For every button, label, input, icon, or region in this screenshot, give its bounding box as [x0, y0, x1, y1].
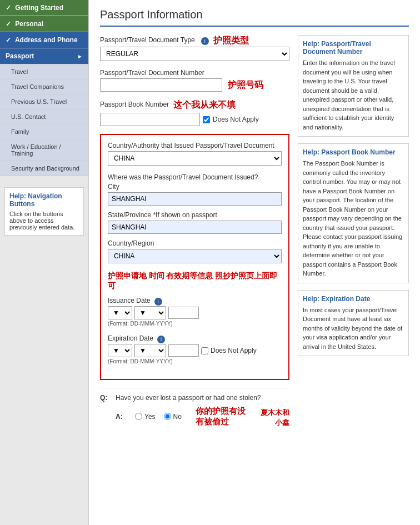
expiration-date-help-title: Help: Expiration Date [303, 295, 404, 303]
red-annotation: 护照申请地 时间 有效期等信息 照抄护照页上面即可 [108, 271, 282, 291]
passport-number-label: Passport/Travel Document Number [100, 69, 204, 77]
sidebar-item-security-background[interactable]: Security and Background [0, 161, 88, 176]
state-province-group: State/Province *If shown on passport [108, 211, 282, 234]
passport-type-group: Passport/Travel Document Type i 护照类型 REG… [100, 35, 289, 61]
no-radio[interactable] [164, 413, 171, 420]
passport-book-help-box: Help: Passport Book Number The Passport … [298, 143, 409, 283]
a-label: A: [116, 413, 127, 421]
author-annotation: 夏木木和小鑫 [260, 405, 289, 428]
expiration-date-help-text: In most cases your passport/Travel Docum… [303, 306, 404, 352]
getting-started-checkmark: ✓ [6, 4, 11, 12]
does-not-apply-label: Does Not Apply [213, 116, 259, 123]
nav-help-title: Help: Navigation Buttons [9, 192, 79, 208]
country-issued-select[interactable]: CHINA UNITED STATES OTHER [108, 151, 282, 166]
family-label: Family [11, 128, 29, 135]
travel-companions-label: Travel Companions [11, 83, 64, 90]
passport-number-group: Passport/Travel Document Number 护照号码 [100, 69, 289, 92]
personal-label: Personal [15, 20, 43, 28]
travel-label: Travel [11, 68, 28, 75]
city-input[interactable] [108, 192, 282, 206]
country-issued-group: Country/Authority that Issued Passport/T… [108, 142, 282, 166]
yes-radio-group[interactable]: Yes [135, 413, 156, 421]
passport-travel-help-text: Enter the information on the travel docu… [303, 58, 404, 132]
main-content: Passport Information Passport/Travel Doc… [89, 0, 420, 525]
red-border-section: Country/Authority that Issued Passport/T… [100, 134, 289, 380]
passport-label: Passport [6, 52, 34, 60]
issuance-day-select[interactable]: ▼01021531 [108, 306, 132, 319]
passport-type-label: Passport/Travel Document Type [100, 36, 195, 44]
issuance-month-select[interactable]: ▼JANFEBMARAPRMAYJUNJULAUGSEPOCTNOVDEC [134, 306, 166, 319]
sidebar-item-travel[interactable]: Travel [0, 64, 88, 79]
country-issued-label: Country/Authority that Issued Passport/T… [108, 142, 282, 149]
country-region-label: Country/Region [108, 239, 282, 247]
expiration-date-label: Expiration Date [108, 334, 153, 342]
sidebar-item-previous-us-travel[interactable]: Previous U.S. Travel [0, 94, 88, 109]
address-label: Address and Phone [15, 36, 78, 44]
work-education-label: Work / Education / Training [11, 143, 61, 157]
yes-label: Yes [144, 413, 156, 421]
no-radio-group[interactable]: No [164, 413, 182, 421]
form-right: Help: Passport/Travel Document Number En… [298, 35, 409, 433]
passport-number-input[interactable] [100, 78, 222, 92]
sidebar-item-personal[interactable]: ✓ Personal [0, 16, 88, 32]
expiration-day-select[interactable]: ▼011531 [108, 344, 132, 357]
question-text: Have you ever lost a passport or had one… [116, 394, 261, 402]
issuance-date-format: (Format: DD-MMM-YYYY) [108, 321, 282, 327]
getting-started-label: Getting Started [15, 4, 63, 12]
passport-arrow: ► [77, 53, 83, 59]
passport-book-group: Passport Book Number 这个我从来不填 Does Not Ap… [100, 99, 289, 126]
state-province-label: State/Province *If shown on passport [108, 211, 282, 219]
where-issued-group: Where was the Passport/Travel Document I… [108, 173, 282, 263]
sidebar-item-passport[interactable]: Passport ► [0, 48, 88, 64]
sidebar-item-address-phone[interactable]: ✓ Address and Phone [0, 32, 88, 48]
issuance-date-label: Issuance Date [108, 297, 151, 304]
page-title: Passport Information [100, 8, 409, 27]
question-row: Q: Have you ever lost a passport or had … [100, 394, 289, 402]
passport-type-select[interactable]: REGULAR DIPLOMATIC OFFICIAL OTHER [100, 47, 289, 61]
issuance-date-row: ▼01021531 ▼JANFEBMARAPRMAYJUNJULAUGSEPOC… [108, 306, 282, 319]
where-issued-label: Where was the Passport/Travel Document I… [108, 173, 282, 181]
q-label: Q: [100, 394, 111, 402]
expiration-date-format: (Format: DD-MMM-YYYY) [108, 358, 282, 364]
country-region-group: Country/Region CHINA UNITED STATES OTHER [108, 239, 282, 263]
passport-number-annotation: 护照号码 [228, 79, 263, 91]
sidebar-item-work-education[interactable]: Work / Education / Training [0, 139, 88, 161]
sidebar: ✓ Getting Started ✓ Personal ✓ Address a… [0, 0, 89, 525]
expiration-does-not-apply-label: Does Not Apply [211, 347, 257, 354]
nav-help-box: Help: Navigation Buttons Click on the bu… [4, 187, 84, 236]
issuance-date-group: Issuance Date i ▼01021531 ▼JANFEBMARAPRM… [108, 297, 282, 327]
country-region-select[interactable]: CHINA UNITED STATES OTHER [108, 249, 282, 263]
sidebar-item-family[interactable]: Family [0, 124, 88, 139]
passport-book-input[interactable] [100, 113, 200, 126]
expiration-year-input[interactable] [168, 344, 199, 357]
no-label: No [173, 413, 182, 421]
us-contact-label: U.S. Contact [11, 113, 46, 120]
expiration-date-info-icon[interactable]: i [157, 336, 165, 343]
expiration-does-not-apply-checkbox[interactable] [201, 347, 208, 354]
expiration-date-row: ▼011531 ▼JANFEBMARAPRMAYJUNJULAUGSEPOCTN… [108, 344, 282, 357]
city-group: City [108, 183, 282, 206]
city-label: City [108, 183, 282, 191]
personal-checkmark: ✓ [6, 20, 11, 28]
passport-book-annotation: 这个我从来不填 [173, 99, 236, 111]
form-left: Passport/Travel Document Type i 护照类型 REG… [100, 35, 289, 433]
sidebar-item-travel-companions[interactable]: Travel Companions [0, 79, 88, 94]
previous-us-travel-label: Previous U.S. Travel [11, 98, 67, 105]
security-background-label: Security and Background [11, 165, 79, 172]
expiration-date-help-box: Help: Expiration Date In most cases your… [298, 290, 409, 357]
passport-book-help-title: Help: Passport Book Number [303, 148, 404, 156]
passport-type-info-icon[interactable]: i [201, 37, 209, 45]
expiration-month-select[interactable]: ▼JANFEBMARAPRMAYJUNJULAUGSEPOCTNOVDEC [134, 344, 166, 357]
bottom-annotation: 你的护照有没有被偷过 [196, 406, 252, 427]
issuance-date-info-icon[interactable]: i [154, 298, 162, 306]
passport-type-annotation: 护照类型 [213, 35, 249, 47]
form-area: Passport/Travel Document Type i 护照类型 REG… [100, 35, 409, 433]
yes-radio[interactable] [135, 413, 142, 420]
sidebar-item-us-contact[interactable]: U.S. Contact [0, 109, 88, 124]
state-province-input[interactable] [108, 221, 282, 234]
address-checkmark: ✓ [6, 36, 11, 44]
sidebar-item-getting-started[interactable]: ✓ Getting Started [0, 0, 88, 16]
does-not-apply-checkbox[interactable] [203, 116, 210, 123]
a-row: A: Yes No 你的护照有没有被偷过 夏木木和小鑫 [116, 405, 289, 428]
issuance-year-input[interactable] [168, 307, 199, 319]
